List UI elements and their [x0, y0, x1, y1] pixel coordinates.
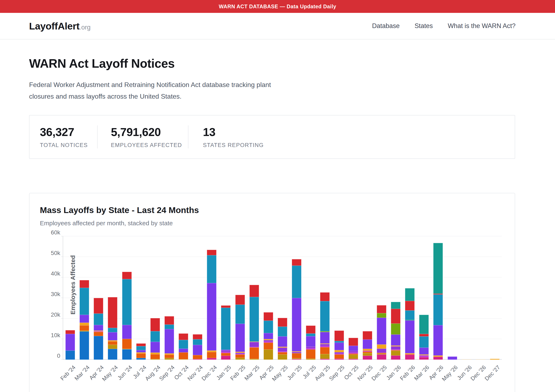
- bar-segment-illinois[interactable]: [334, 355, 344, 359]
- bar-segment-new-jersey[interactable]: [405, 320, 415, 353]
- bar-segment-pennsylvania[interactable]: [278, 327, 287, 336]
- bar-segment-florida[interactable]: [391, 356, 401, 360]
- bar-segment-new-jersey[interactable]: [136, 350, 146, 352]
- bar-segment-texas[interactable]: [391, 309, 401, 323]
- bar-segment-north-carolina[interactable]: [476, 359, 485, 360]
- bar-segment-georgia[interactable]: [150, 359, 160, 360]
- bar-segment-illinois[interactable]: [179, 352, 188, 359]
- bar-segment-illinois[interactable]: [263, 343, 273, 349]
- bar-segment-illinois[interactable]: [94, 332, 103, 336]
- bar-segment-florida[interactable]: [419, 357, 429, 360]
- bar-segment-florida[interactable]: [405, 355, 415, 360]
- bar-segment-michigan[interactable]: [278, 348, 287, 351]
- bar-segment-illinois[interactable]: [80, 325, 89, 331]
- bar-segment-new-jersey[interactable]: [448, 356, 457, 360]
- bar-segment-california[interactable]: [136, 358, 146, 360]
- bar-segment-michigan[interactable]: [391, 346, 401, 349]
- bar-segment-texas[interactable]: [122, 272, 132, 279]
- bar-segment-new-jersey[interactable]: [207, 283, 216, 350]
- bar-segment-illinois[interactable]: [150, 354, 160, 359]
- bar-segment-texas[interactable]: [334, 331, 344, 341]
- bar-segment-california[interactable]: [122, 349, 132, 360]
- bar-segment-georgia[interactable]: [363, 353, 372, 356]
- bar-segment-texas[interactable]: [221, 305, 231, 308]
- bar-segment-new-jersey[interactable]: [334, 343, 344, 350]
- bar-segment-texas[interactable]: [235, 295, 245, 305]
- bar-segment-pennsylvania[interactable]: [80, 288, 89, 315]
- bar-segment-pennsylvania[interactable]: [165, 325, 174, 329]
- bar-segment-texas[interactable]: [292, 259, 301, 266]
- bar-segment-florida[interactable]: [193, 359, 202, 360]
- bar-segment-georgia[interactable]: [320, 354, 330, 359]
- bar-segment-texas[interactable]: [349, 338, 358, 346]
- nav-item-what-is-warn-act[interactable]: What is the WARN Act?: [448, 22, 516, 30]
- bar-segment-illinois[interactable]: [235, 355, 245, 358]
- bar-segment-pennsylvania[interactable]: [150, 331, 160, 342]
- bar-segment-california[interactable]: [108, 349, 117, 360]
- bar-segment-texas[interactable]: [278, 318, 287, 327]
- bar-segment-new-jersey[interactable]: [193, 345, 202, 355]
- bar-segment-michigan[interactable]: [249, 342, 259, 347]
- bar-segment-pennsylvania[interactable]: [419, 336, 429, 348]
- bar-segment-new-jersey[interactable]: [292, 298, 301, 351]
- bar-segment-florida[interactable]: [207, 358, 216, 360]
- bar-segment-pennsylvania[interactable]: [263, 320, 273, 333]
- bar-segment-texas[interactable]: [150, 318, 160, 331]
- bar-segment-pennsylvania[interactable]: [334, 341, 344, 343]
- bar-segment-ohio[interactable]: [391, 323, 401, 334]
- bar-segment-north-carolina[interactable]: [490, 359, 500, 360]
- bar-segment-illinois[interactable]: [193, 355, 202, 359]
- bar-segment-new-jersey[interactable]: [108, 332, 117, 340]
- bar-segment-georgia[interactable]: [108, 345, 117, 349]
- bar-segment-florida[interactable]: [377, 355, 386, 360]
- bar-segment-washington[interactable]: [405, 288, 415, 301]
- bar-segment-texas[interactable]: [94, 298, 103, 313]
- bar-segment-florida[interactable]: [334, 359, 344, 360]
- bar-segment-new-jersey[interactable]: [122, 325, 132, 339]
- bar-segment-new-jersey[interactable]: [363, 340, 372, 349]
- bar-segment-new-jersey[interactable]: [235, 324, 245, 352]
- bar-segment-texas[interactable]: [405, 301, 415, 310]
- bar-segment-north-carolina[interactable]: [377, 344, 386, 348]
- bar-segment-michigan[interactable]: [377, 348, 386, 353]
- bar-segment-florida[interactable]: [363, 356, 372, 360]
- bar-segment-florida[interactable]: [320, 359, 330, 360]
- bar-segment-new-jersey[interactable]: [179, 348, 188, 352]
- bar-segment-georgia[interactable]: [349, 355, 358, 359]
- bar-segment-pennsylvania[interactable]: [108, 328, 117, 332]
- bar-segment-florida[interactable]: [292, 359, 301, 360]
- bar-segment-pennsylvania[interactable]: [320, 301, 330, 331]
- bar-segment-texas[interactable]: [80, 280, 89, 288]
- bar-segment-illinois[interactable]: [278, 352, 287, 355]
- bar-segment-pennsylvania[interactable]: [306, 334, 315, 336]
- bar-segment-washington[interactable]: [433, 243, 443, 294]
- bar-segment-california[interactable]: [80, 331, 89, 360]
- bar-segment-georgia[interactable]: [391, 351, 401, 356]
- bar-segment-texas[interactable]: [249, 285, 259, 297]
- bar-segment-georgia[interactable]: [165, 358, 174, 360]
- bar-segment-new-jersey[interactable]: [165, 329, 174, 353]
- bar-segment-new-jersey[interactable]: [150, 342, 160, 353]
- bar-segment-texas[interactable]: [136, 343, 146, 346]
- bar-segment-pennsylvania[interactable]: [221, 308, 231, 350]
- bar-segment-new-jersey[interactable]: [320, 332, 330, 343]
- bar-segment-pennsylvania[interactable]: [405, 310, 415, 320]
- bar-segment-new-jersey[interactable]: [80, 315, 89, 323]
- bar-segment-michigan[interactable]: [221, 350, 231, 352]
- bar-segment-new-jersey[interactable]: [306, 336, 315, 347]
- bar-segment-pennsylvania[interactable]: [122, 279, 132, 325]
- bar-segment-illinois[interactable]: [136, 353, 146, 358]
- nav-item-database[interactable]: Database: [372, 22, 400, 30]
- bar-segment-pennsylvania[interactable]: [193, 339, 202, 345]
- bar-segment-texas[interactable]: [377, 305, 386, 313]
- bar-segment-georgia[interactable]: [278, 355, 287, 360]
- bar-segment-illinois[interactable]: [165, 355, 174, 358]
- bar-segment-new-jersey[interactable]: [377, 318, 386, 344]
- bar-segment-illinois[interactable]: [320, 347, 330, 354]
- bar-segment-north-carolina[interactable]: [80, 323, 89, 325]
- bar-segment-pennsylvania[interactable]: [249, 297, 259, 341]
- bar-segment-new-jersey[interactable]: [419, 348, 429, 355]
- bar-segment-north-carolina[interactable]: [150, 353, 160, 354]
- bar-segment-michigan[interactable]: [334, 352, 344, 354]
- bar-segment-illinois[interactable]: [122, 339, 132, 349]
